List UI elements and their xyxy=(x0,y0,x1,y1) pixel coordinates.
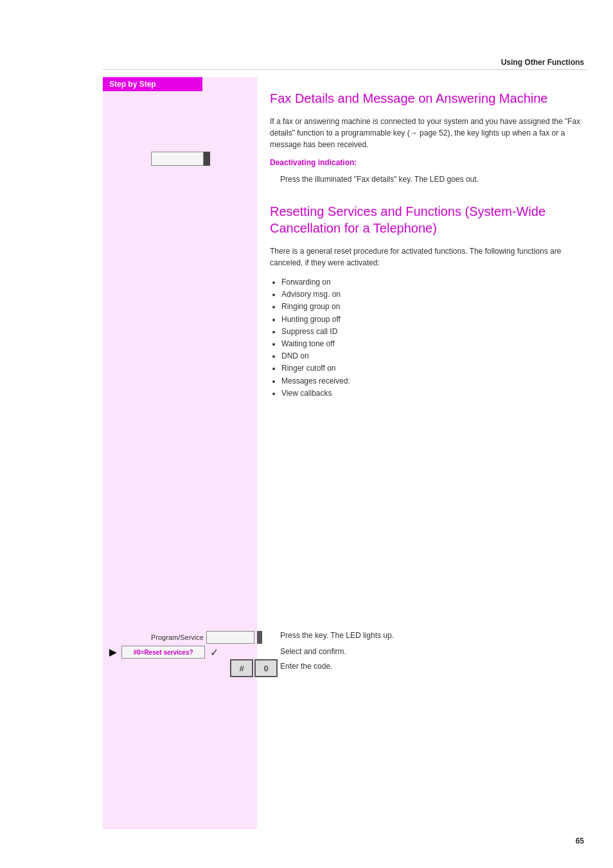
list-item: View callbacks xyxy=(281,387,584,400)
step3-description: Enter the code. xyxy=(280,662,332,671)
list-item: Ringer cutoff on xyxy=(281,362,584,375)
step-by-step-box: Step by Step xyxy=(103,77,202,91)
prog-key-box xyxy=(206,631,254,644)
header-rule xyxy=(103,69,587,70)
hash-key: # xyxy=(230,659,253,677)
zero-key: 0 xyxy=(254,659,278,677)
section1-title: Fax Details and Message on Answering Mac… xyxy=(270,90,584,107)
list-item: Suppress call ID xyxy=(281,326,584,338)
fax-key-row: Press the illuminated "Fax details" key.… xyxy=(270,173,584,185)
reset-services-visual: ▶ #0=Reset services? ✓ xyxy=(109,646,218,659)
list-item: Forwarding on xyxy=(281,276,584,288)
left-column-background xyxy=(103,77,257,829)
fax-key-description: Press the illuminated "Fax details" key.… xyxy=(280,173,479,185)
page-number: 65 xyxy=(576,837,584,846)
page-header-title: Using Other Functions xyxy=(501,58,584,67)
main-content: Fax Details and Message on Answering Mac… xyxy=(270,77,584,411)
step1-description: Press the key. The LED lights up. xyxy=(280,631,394,640)
bullet-list: Forwarding on Advisory msg. on Ringing g… xyxy=(281,276,584,400)
step2-description: Select and confirm. xyxy=(280,647,346,656)
section1-body: If a fax or answering machine is connect… xyxy=(270,116,584,150)
code-key-visual: # 0 xyxy=(230,659,278,677)
fax-key-box xyxy=(151,152,204,166)
program-service-visual: Program/Service xyxy=(151,631,262,644)
prog-key-led xyxy=(257,631,262,644)
list-item: Ringing group on xyxy=(281,301,584,313)
list-item: DND on xyxy=(281,350,584,362)
list-item: Advisory msg. on xyxy=(281,288,584,301)
list-item: Hunting group off xyxy=(281,314,584,326)
list-item: Messages received: xyxy=(281,375,584,387)
section2-body1: There is a general reset procedure for a… xyxy=(270,245,584,269)
section2-title: Resetting Services and Functions (System… xyxy=(270,203,584,236)
section1-subsection-label: Deactivating indication: xyxy=(270,158,584,167)
fax-key-visual xyxy=(151,152,210,166)
fax-key-led xyxy=(204,152,210,166)
checkmark-icon: ✓ xyxy=(210,646,218,659)
program-service-label: Program/Service xyxy=(151,633,204,641)
reset-label-box: #0=Reset services? xyxy=(121,646,205,659)
arrow-icon: ▶ xyxy=(109,647,116,657)
list-item: Waiting tone off xyxy=(281,338,584,350)
